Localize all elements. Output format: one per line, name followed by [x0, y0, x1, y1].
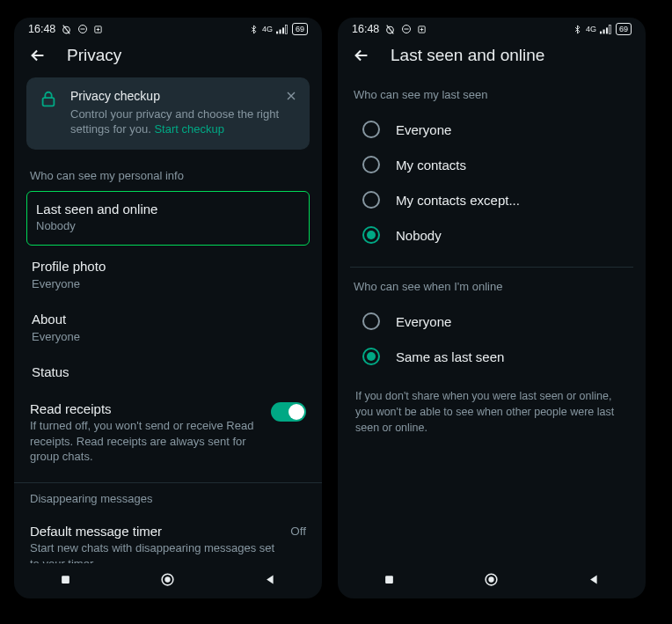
section-disappearing: Disappearing messages — [26, 490, 310, 514]
item-title: About — [32, 311, 304, 328]
radio-label: My contacts — [396, 158, 466, 173]
item-title: Status — [32, 363, 304, 381]
status-bar: 16:48 4G 69 — [14, 18, 322, 37]
android-nav-bar — [338, 563, 646, 598]
radio-icon — [362, 121, 380, 138]
svg-rect-6 — [285, 25, 287, 33]
radio-nobody[interactable]: Nobody — [350, 217, 633, 253]
item-last-seen-online[interactable]: Last seen and online Nobody — [26, 191, 310, 246]
item-title: Last seen and online — [36, 201, 300, 218]
radio-label: My contacts except... — [396, 193, 520, 208]
radio-online-everyone[interactable]: Everyone — [350, 304, 633, 339]
status-bar: 16:48 4G 69 — [338, 18, 646, 37]
item-read-receipts[interactable]: Read receipts If turned off, you won't s… — [26, 392, 310, 475]
section-personal-info: Who can see my personal info — [26, 164, 310, 191]
radio-group-last-seen: Everyone My contacts My contacts except.… — [350, 110, 633, 261]
alarm-off-icon — [384, 24, 396, 35]
network-type: 4G — [586, 25, 596, 33]
phone-privacy: 16:48 4G 69 Pr — [14, 18, 322, 598]
phone-last-seen: 16:48 4G 69 Last seen and online Who can… — [338, 18, 646, 598]
item-sub: Start new chats with disappearing messag… — [30, 540, 280, 563]
item-title: Read receipts — [30, 400, 260, 418]
radio-group-online: Everyone Same as last seen — [350, 302, 633, 383]
divider — [350, 267, 633, 268]
network-type: 4G — [262, 25, 273, 33]
plus-icon — [93, 25, 103, 34]
content: Who can see my last seen Everyone My con… — [338, 77, 646, 563]
item-sub: Nobody — [36, 218, 300, 234]
signal-icon — [600, 25, 612, 34]
back-button[interactable] — [352, 46, 371, 65]
android-nav-bar — [14, 563, 322, 598]
nav-recents-button[interactable] — [380, 570, 398, 588]
item-title: Profile photo — [32, 258, 304, 275]
checkup-text: Privacy checkup Control your privacy and… — [70, 88, 299, 137]
status-right: 4G 69 — [249, 23, 308, 35]
item-status[interactable]: Status — [26, 355, 310, 392]
nav-recents-button[interactable] — [56, 570, 74, 588]
item-title: Default message timer — [30, 523, 280, 540]
radio-label: Everyone — [396, 122, 451, 137]
item-about[interactable]: About Everyone — [26, 302, 310, 355]
svg-rect-4 — [279, 29, 281, 33]
privacy-checkup-card[interactable]: Privacy checkup Control your privacy and… — [26, 77, 310, 150]
radio-icon — [362, 312, 380, 330]
radio-icon — [362, 156, 380, 173]
radio-label: Same as last seen — [396, 349, 504, 364]
dnd-icon — [77, 24, 88, 34]
radio-my-contacts[interactable]: My contacts — [350, 147, 633, 182]
svg-rect-14 — [600, 31, 602, 33]
status-left: 16:48 — [28, 23, 103, 35]
svg-point-10 — [166, 577, 171, 582]
radio-icon — [362, 348, 380, 365]
nav-back-button[interactable] — [262, 570, 280, 588]
battery-icon: 69 — [292, 23, 308, 35]
radio-everyone[interactable]: Everyone — [350, 112, 633, 147]
dnd-icon — [401, 24, 412, 34]
svg-rect-7 — [43, 98, 55, 106]
checkup-title: Privacy checkup — [70, 88, 299, 105]
clock: 16:48 — [352, 23, 379, 35]
nav-home-button[interactable] — [483, 570, 500, 588]
section-last-seen: Who can see my last seen — [350, 77, 633, 110]
nav-back-button[interactable] — [586, 570, 603, 588]
battery-icon: 69 — [616, 23, 632, 35]
svg-rect-18 — [385, 576, 393, 584]
info-note: If you don't share when you were last se… — [350, 383, 633, 444]
back-button[interactable] — [28, 46, 47, 65]
radio-icon — [362, 226, 380, 244]
status-right: 4G 69 — [573, 23, 632, 35]
timer-value: Off — [290, 525, 306, 538]
svg-rect-8 — [62, 576, 69, 584]
content: Privacy checkup Control your privacy and… — [14, 77, 322, 563]
radio-my-contacts-except[interactable]: My contacts except... — [350, 182, 633, 217]
section-online: Who can see when I'm online — [350, 280, 633, 302]
svg-rect-16 — [606, 27, 608, 33]
radio-online-same[interactable]: Same as last seen — [350, 339, 633, 374]
radio-label: Nobody — [396, 228, 442, 243]
nav-home-button[interactable] — [159, 570, 177, 588]
page-title: Last seen and online — [391, 46, 544, 65]
radio-icon — [362, 191, 380, 209]
item-sub: If turned off, you won't send or receive… — [30, 418, 260, 465]
svg-rect-3 — [276, 31, 278, 33]
item-sub: Everyone — [32, 329, 304, 345]
start-checkup-link[interactable]: Start checkup — [154, 122, 224, 136]
item-profile-photo[interactable]: Profile photo Everyone — [26, 249, 310, 302]
clock: 16:48 — [28, 23, 55, 35]
svg-rect-17 — [609, 25, 610, 33]
close-icon[interactable] — [281, 86, 301, 106]
item-sub: Everyone — [32, 276, 304, 292]
alarm-off-icon — [61, 24, 72, 35]
divider — [14, 482, 322, 483]
bluetooth-icon — [573, 24, 582, 35]
svg-point-20 — [490, 577, 494, 582]
header: Privacy — [14, 37, 322, 77]
bluetooth-icon — [249, 24, 259, 35]
page-title: Privacy — [67, 46, 121, 65]
read-receipts-toggle[interactable] — [271, 402, 306, 422]
plus-icon — [417, 25, 427, 34]
item-default-timer[interactable]: Default message timer Start new chats wi… — [26, 514, 310, 563]
signal-icon — [276, 25, 289, 34]
lock-icon — [37, 88, 60, 111]
